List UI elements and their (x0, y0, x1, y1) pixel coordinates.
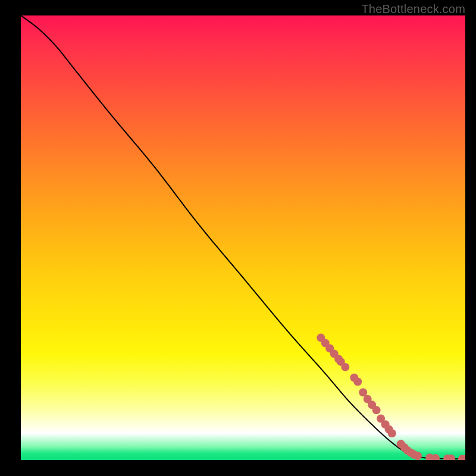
chart-svg-overlay (21, 15, 465, 460)
chart-marker (341, 363, 349, 371)
chart-marker (353, 378, 362, 386)
chart-markers (317, 334, 465, 460)
chart-curve (21, 15, 465, 459)
chart-marker (388, 429, 396, 437)
chart-marker (414, 452, 422, 460)
chart-stage: TheBottleneck.com (0, 0, 476, 476)
watermark-text: TheBottleneck.com (361, 2, 465, 16)
chart-marker (372, 406, 381, 414)
